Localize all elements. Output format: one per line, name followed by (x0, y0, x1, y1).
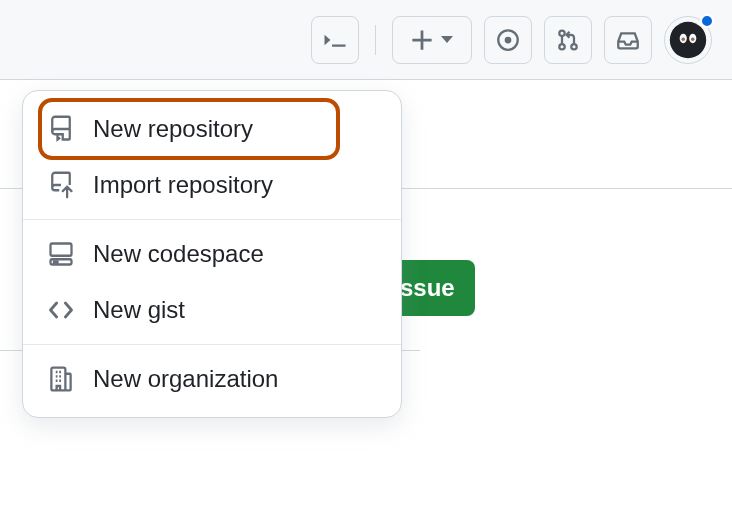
caret-down-icon (441, 36, 453, 43)
inbox-icon (616, 28, 640, 52)
repo-push-icon (47, 171, 75, 199)
organization-icon (47, 365, 75, 393)
plus-icon (411, 29, 433, 51)
svg-point-2 (506, 37, 511, 42)
issues-button[interactable] (484, 16, 532, 64)
create-dropdown-button[interactable] (392, 16, 472, 64)
command-palette-button[interactable] (311, 16, 359, 64)
menu-item-new-repository[interactable]: New repository (23, 101, 401, 157)
menu-item-label: New codespace (93, 240, 264, 268)
menu-item-new-codespace[interactable]: New codespace (23, 226, 401, 282)
svg-point-3 (559, 30, 564, 35)
pull-requests-button[interactable] (544, 16, 592, 64)
svg-point-5 (571, 44, 576, 49)
code-icon (47, 296, 75, 324)
terminal-icon (323, 28, 347, 52)
menu-divider (23, 219, 401, 220)
menu-item-new-organization[interactable]: New organization (23, 351, 401, 407)
notification-dot (700, 14, 714, 28)
menu-item-label: New organization (93, 365, 278, 393)
svg-point-9 (682, 37, 685, 40)
user-avatar[interactable] (664, 16, 712, 64)
codespaces-icon (47, 240, 75, 268)
svg-rect-11 (51, 244, 72, 256)
create-dropdown-menu: New repository Import repository New cod… (22, 90, 402, 418)
svg-rect-13 (54, 261, 58, 262)
menu-divider (23, 344, 401, 345)
issue-icon (496, 28, 520, 52)
top-navigation-bar (0, 0, 732, 80)
menu-item-label: Import repository (93, 171, 273, 199)
menu-item-import-repository[interactable]: Import repository (23, 157, 401, 213)
menu-item-label: New gist (93, 296, 185, 324)
svg-point-4 (559, 44, 564, 49)
menu-item-label: New repository (93, 115, 253, 143)
octocat-icon (669, 21, 707, 59)
divider (375, 25, 376, 55)
menu-item-new-gist[interactable]: New gist (23, 282, 401, 338)
svg-rect-0 (332, 44, 346, 46)
inbox-button[interactable] (604, 16, 652, 64)
pull-request-icon (556, 28, 580, 52)
repo-icon (47, 115, 75, 143)
svg-point-10 (691, 37, 694, 40)
